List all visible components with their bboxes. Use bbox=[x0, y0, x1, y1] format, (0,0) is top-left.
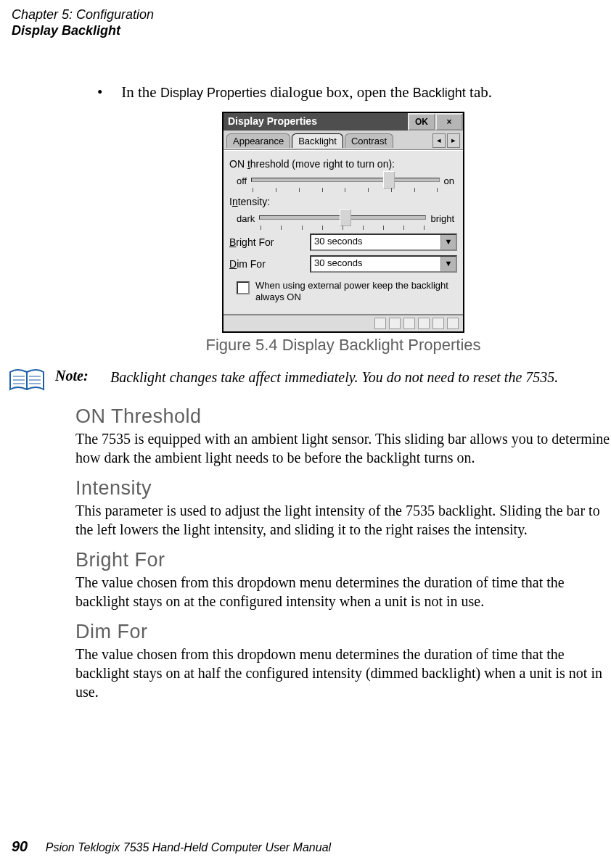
bright-for-value: 30 seconds bbox=[311, 235, 440, 249]
on-threshold-slider[interactable] bbox=[251, 171, 439, 190]
intensity-heading: Intensity bbox=[75, 477, 611, 500]
bullet-text-post: tab. bbox=[466, 83, 492, 101]
external-power-checkbox[interactable] bbox=[237, 281, 250, 294]
bright-for-heading: Bright For bbox=[75, 549, 611, 571]
close-button[interactable]: × bbox=[435, 113, 463, 131]
tray-icon[interactable] bbox=[418, 318, 430, 329]
intensity-label: Intensity: bbox=[229, 196, 457, 207]
book-title: Psion Teklogix 7535 Hand-Held Computer U… bbox=[46, 841, 331, 853]
tab-contrast[interactable]: Contrast bbox=[345, 133, 393, 148]
tray-icon[interactable] bbox=[432, 318, 444, 329]
note-body: Backlight changes take affect immediatel… bbox=[110, 368, 558, 387]
intensity-slider[interactable] bbox=[259, 209, 426, 228]
note-label: Note: bbox=[55, 368, 100, 384]
display-properties-window: Display Properties OK × Appearance Backl… bbox=[222, 112, 464, 333]
dim-for-heading: Dim For bbox=[75, 621, 611, 643]
bright-label: bright bbox=[430, 213, 454, 224]
dim-for-label: Dim For bbox=[229, 258, 306, 270]
dim-for-dropdown[interactable]: 30 seconds ▼ bbox=[310, 255, 457, 273]
system-tray bbox=[224, 314, 463, 331]
bullet-ss-2: Backlight bbox=[413, 86, 466, 100]
tab-appearance[interactable]: Appearance bbox=[226, 133, 290, 148]
backlight-panel: ON threshold (move right to turn on): of… bbox=[224, 150, 463, 314]
dropdown-arrow-icon: ▼ bbox=[440, 257, 456, 271]
intensity-body: This parameter is used to adjust the lig… bbox=[75, 501, 611, 539]
tab-scroll-left[interactable]: ◂ bbox=[432, 133, 446, 148]
bright-for-dropdown[interactable]: 30 seconds ▼ bbox=[310, 233, 457, 251]
bullet-ss-1: Display Properties bbox=[160, 86, 266, 100]
tab-scroll-right[interactable]: ▸ bbox=[447, 133, 460, 148]
ok-button[interactable]: OK bbox=[408, 113, 435, 131]
footer: 90 Psion Teklogix 7535 Hand-Held Compute… bbox=[12, 838, 331, 855]
book-icon bbox=[9, 368, 45, 394]
bullet-text-pre: In the bbox=[121, 83, 160, 101]
running-header: Chapter 5: Configuration Display Backlig… bbox=[12, 7, 154, 38]
bullet-text-mid: dialogue box, open the bbox=[266, 83, 413, 101]
figure-caption: Figure 5.4 Display Backlight Properties bbox=[75, 336, 611, 355]
page-number: 90 bbox=[12, 838, 28, 854]
dim-for-body: The value chosen from this dropdown menu… bbox=[75, 645, 611, 701]
titlebar: Display Properties OK × bbox=[224, 113, 463, 131]
tray-icon[interactable] bbox=[447, 318, 459, 329]
header-chapter: Chapter 5: Configuration bbox=[12, 7, 154, 23]
on-label: on bbox=[444, 175, 454, 186]
tab-strip: Appearance Backlight Contrast ◂ ▸ bbox=[224, 131, 463, 150]
tray-icon[interactable] bbox=[389, 318, 401, 329]
tab-backlight[interactable]: Backlight bbox=[292, 133, 343, 148]
instruction-bullet: • In the Display Properties dialogue box… bbox=[97, 83, 611, 102]
dark-label: dark bbox=[237, 213, 255, 224]
on-threshold-body: The 7535 is equipped with an ambient lig… bbox=[75, 429, 611, 467]
tray-icon[interactable] bbox=[403, 318, 415, 329]
bright-for-label: Bright For bbox=[229, 236, 306, 248]
off-label: off bbox=[237, 175, 247, 186]
dim-for-value: 30 seconds bbox=[311, 257, 440, 271]
external-power-label: When using external power keep the backl… bbox=[255, 280, 456, 302]
on-threshold-label: ON threshold (move right to turn on): bbox=[229, 158, 457, 170]
header-section: Display Backlight bbox=[12, 23, 154, 39]
window-title: Display Properties bbox=[224, 113, 408, 131]
note-block: Note: Backlight changes take affect imme… bbox=[9, 368, 611, 394]
on-threshold-heading: ON Threshold bbox=[75, 405, 611, 428]
tray-icon[interactable] bbox=[374, 318, 386, 329]
bright-for-body: The value chosen from this dropdown menu… bbox=[75, 573, 611, 611]
dropdown-arrow-icon: ▼ bbox=[440, 235, 456, 249]
